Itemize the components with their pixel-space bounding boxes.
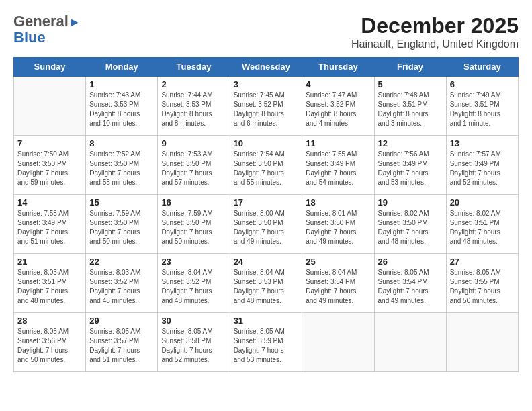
day-cell (446, 313, 518, 372)
day-cell: 17Sunrise: 8:00 AM Sunset: 3:50 PM Dayli… (230, 195, 302, 254)
day-cell: 18Sunrise: 8:01 AM Sunset: 3:50 PM Dayli… (302, 195, 374, 254)
week-row-3: 14Sunrise: 7:58 AM Sunset: 3:49 PM Dayli… (14, 195, 519, 254)
day-cell: 13Sunrise: 7:57 AM Sunset: 3:49 PM Dayli… (446, 136, 518, 195)
day-cell: 21Sunrise: 8:03 AM Sunset: 3:51 PM Dayli… (14, 254, 86, 313)
col-header-friday: Friday (374, 58, 446, 77)
day-cell: 2Sunrise: 7:44 AM Sunset: 3:53 PM Daylig… (158, 77, 230, 136)
day-info: Sunrise: 7:50 AM Sunset: 3:50 PM Dayligh… (17, 150, 82, 187)
day-cell: 26Sunrise: 8:05 AM Sunset: 3:54 PM Dayli… (374, 254, 446, 313)
day-cell: 16Sunrise: 7:59 AM Sunset: 3:50 PM Dayli… (158, 195, 230, 254)
logo-icon-shape: ► (69, 15, 81, 29)
logo-blue: Blue (13, 29, 46, 46)
day-info: Sunrise: 8:03 AM Sunset: 3:51 PM Dayligh… (17, 268, 82, 306)
day-info: Sunrise: 7:47 AM Sunset: 3:52 PM Dayligh… (306, 91, 370, 128)
day-info: Sunrise: 7:55 AM Sunset: 3:49 PM Dayligh… (306, 150, 370, 187)
subtitle: Hainault, England, United Kingdom (351, 38, 519, 50)
day-info: Sunrise: 8:02 AM Sunset: 3:51 PM Dayligh… (450, 209, 515, 246)
day-cell (374, 313, 446, 372)
week-row-5: 28Sunrise: 8:05 AM Sunset: 3:56 PM Dayli… (14, 313, 519, 372)
calendar-table: SundayMondayTuesdayWednesdayThursdayFrid… (13, 57, 519, 372)
logo-general: General (13, 13, 69, 30)
day-cell: 20Sunrise: 8:02 AM Sunset: 3:51 PM Dayli… (446, 195, 518, 254)
calendar-body: 1Sunrise: 7:43 AM Sunset: 3:53 PM Daylig… (14, 77, 519, 372)
day-info: Sunrise: 8:04 AM Sunset: 3:53 PM Dayligh… (234, 268, 299, 306)
day-number: 15 (89, 197, 154, 208)
day-cell: 24Sunrise: 8:04 AM Sunset: 3:53 PM Dayli… (230, 254, 302, 313)
day-number: 31 (234, 316, 299, 326)
col-header-thursday: Thursday (302, 58, 374, 77)
day-cell: 9Sunrise: 7:53 AM Sunset: 3:50 PM Daylig… (158, 136, 230, 195)
day-number: 8 (89, 138, 154, 148)
day-info: Sunrise: 8:01 AM Sunset: 3:50 PM Dayligh… (306, 209, 370, 246)
day-number: 24 (234, 257, 299, 267)
day-cell: 28Sunrise: 8:05 AM Sunset: 3:56 PM Dayli… (14, 313, 86, 372)
day-number: 13 (450, 138, 515, 148)
day-number: 22 (89, 257, 154, 267)
day-info: Sunrise: 7:59 AM Sunset: 3:50 PM Dayligh… (89, 209, 154, 246)
day-cell: 4Sunrise: 7:47 AM Sunset: 3:52 PM Daylig… (302, 77, 374, 136)
day-cell: 11Sunrise: 7:55 AM Sunset: 3:49 PM Dayli… (302, 136, 374, 195)
day-cell: 27Sunrise: 8:05 AM Sunset: 3:55 PM Dayli… (446, 254, 518, 313)
day-number: 14 (17, 197, 82, 208)
day-number: 12 (378, 138, 443, 148)
day-cell: 3Sunrise: 7:45 AM Sunset: 3:52 PM Daylig… (230, 77, 302, 136)
day-info: Sunrise: 7:52 AM Sunset: 3:50 PM Dayligh… (89, 150, 154, 187)
day-cell (14, 77, 86, 136)
day-cell: 31Sunrise: 8:05 AM Sunset: 3:59 PM Dayli… (230, 313, 302, 372)
day-number: 23 (161, 257, 226, 267)
day-number: 29 (89, 316, 154, 326)
day-info: Sunrise: 8:05 AM Sunset: 3:54 PM Dayligh… (378, 268, 443, 306)
col-header-monday: Monday (86, 58, 158, 77)
day-number: 19 (378, 197, 443, 208)
day-number: 9 (161, 138, 226, 148)
day-number: 25 (306, 257, 370, 267)
day-info: Sunrise: 7:53 AM Sunset: 3:50 PM Dayligh… (161, 150, 226, 187)
day-info: Sunrise: 8:05 AM Sunset: 3:57 PM Dayligh… (89, 327, 154, 365)
day-info: Sunrise: 7:44 AM Sunset: 3:53 PM Dayligh… (161, 91, 226, 128)
day-number: 5 (378, 79, 443, 89)
day-number: 21 (17, 257, 82, 267)
day-info: Sunrise: 8:03 AM Sunset: 3:52 PM Dayligh… (89, 268, 154, 306)
day-number: 7 (17, 138, 82, 148)
col-header-tuesday: Tuesday (158, 58, 230, 77)
day-number: 17 (234, 197, 299, 208)
day-info: Sunrise: 8:04 AM Sunset: 3:52 PM Dayligh… (161, 268, 226, 306)
week-row-1: 1Sunrise: 7:43 AM Sunset: 3:53 PM Daylig… (14, 77, 519, 136)
day-info: Sunrise: 8:02 AM Sunset: 3:50 PM Dayligh… (378, 209, 443, 246)
day-cell: 14Sunrise: 7:58 AM Sunset: 3:49 PM Dayli… (14, 195, 86, 254)
day-info: Sunrise: 8:05 AM Sunset: 3:59 PM Dayligh… (234, 327, 299, 365)
day-number: 30 (161, 316, 226, 326)
calendar-header-row: SundayMondayTuesdayWednesdayThursdayFrid… (14, 58, 519, 77)
day-cell: 12Sunrise: 7:56 AM Sunset: 3:49 PM Dayli… (374, 136, 446, 195)
day-info: Sunrise: 7:57 AM Sunset: 3:49 PM Dayligh… (450, 150, 515, 187)
day-cell: 7Sunrise: 7:50 AM Sunset: 3:50 PM Daylig… (14, 136, 86, 195)
day-number: 10 (234, 138, 299, 148)
day-info: Sunrise: 7:56 AM Sunset: 3:49 PM Dayligh… (378, 150, 443, 187)
day-number: 4 (306, 79, 370, 89)
day-number: 6 (450, 79, 515, 89)
day-number: 27 (450, 257, 515, 267)
day-number: 16 (161, 197, 226, 208)
day-number: 20 (450, 197, 515, 208)
day-number: 28 (17, 316, 82, 326)
day-info: Sunrise: 7:54 AM Sunset: 3:50 PM Dayligh… (234, 150, 299, 187)
day-cell: 30Sunrise: 8:05 AM Sunset: 3:58 PM Dayli… (158, 313, 230, 372)
col-header-wednesday: Wednesday (230, 58, 302, 77)
day-cell: 25Sunrise: 8:04 AM Sunset: 3:54 PM Dayli… (302, 254, 374, 313)
day-cell: 8Sunrise: 7:52 AM Sunset: 3:50 PM Daylig… (86, 136, 158, 195)
day-info: Sunrise: 7:59 AM Sunset: 3:50 PM Dayligh… (161, 209, 226, 246)
day-cell (302, 313, 374, 372)
day-number: 2 (161, 79, 226, 89)
day-cell: 19Sunrise: 8:02 AM Sunset: 3:50 PM Dayli… (374, 195, 446, 254)
day-cell: 1Sunrise: 7:43 AM Sunset: 3:53 PM Daylig… (86, 77, 158, 136)
week-row-4: 21Sunrise: 8:03 AM Sunset: 3:51 PM Dayli… (14, 254, 519, 313)
day-info: Sunrise: 7:58 AM Sunset: 3:49 PM Dayligh… (17, 209, 82, 246)
page-header: General► Blue December 2025 Hainault, En… (13, 13, 519, 50)
day-cell: 6Sunrise: 7:49 AM Sunset: 3:51 PM Daylig… (446, 77, 518, 136)
main-title: December 2025 (351, 13, 519, 38)
day-info: Sunrise: 7:43 AM Sunset: 3:53 PM Dayligh… (89, 91, 154, 128)
day-number: 18 (306, 197, 370, 208)
logo: General► Blue (13, 13, 81, 46)
day-cell: 10Sunrise: 7:54 AM Sunset: 3:50 PM Dayli… (230, 136, 302, 195)
day-info: Sunrise: 8:00 AM Sunset: 3:50 PM Dayligh… (234, 209, 299, 246)
